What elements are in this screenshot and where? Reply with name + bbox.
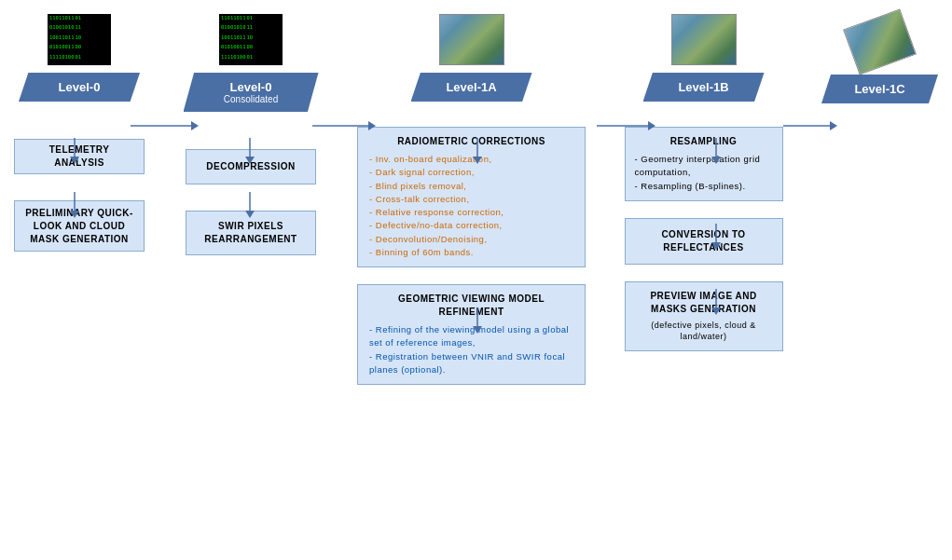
rad-detail-2: - Dark signal correction,: [369, 167, 475, 177]
resampling-title: RESAMPLING: [635, 135, 773, 148]
telemetry-analysis-label: TELEMETRY ANALYSIS: [24, 143, 134, 170]
rad-detail-4: - Cross-talk correction,: [369, 194, 470, 204]
rad-detail-3: - Blind pixels removal,: [369, 181, 466, 191]
column-3: Level-1B RESAMPLING - Geometry interpola…: [625, 14, 783, 351]
rad-detail-1: - Inv. on-board equalization,: [369, 154, 492, 164]
decompression-label: DECOMPRESSION: [206, 160, 295, 173]
satellite-thumb-1c-wrapper: [848, 14, 913, 70]
radiometric-title: RADIOMETRIC CORRECTIONS: [369, 135, 573, 148]
flow-layout: 1101101101 0100101011 1001101110 0101001…: [9, 9, 943, 385]
swir-label: SWIR PIXELS REARRANGEMENT: [196, 220, 306, 246]
binary-thumb-1: 1101101101 0100101011 1001101110 0101001…: [219, 14, 283, 65]
rad-detail-6: - Defective/no-data correction,: [369, 220, 503, 230]
geometric-details: - Refining of the viewing model using a …: [369, 323, 573, 376]
rad-detail-8: - Binning of 60m bands.: [369, 247, 474, 257]
preview-subtitle: (defective pixels, cloud & land/water): [635, 320, 773, 343]
level-badge-3-label: Level-1B: [678, 80, 728, 94]
geo-detail-1: - Refining of the viewing model using a …: [369, 324, 569, 348]
column-2: Level-1A RADIOMETRIC CORRECTIONS - Inv. …: [357, 14, 586, 385]
satellite-thumb-1b: [671, 14, 737, 65]
resampling-box: RESAMPLING - Geometry interpolation grid…: [625, 127, 783, 201]
level-badge-0: Level-0: [19, 73, 140, 102]
level-badge-2: Level-1A: [411, 73, 532, 102]
geometric-box: GEOMETRIC VIEWING MODEL REFINEMENT - Ref…: [357, 284, 586, 385]
column-1: 1101101101 0100101011 1001101110 0101001…: [184, 14, 319, 255]
telemetry-analysis-box: TELEMETRY ANALYSIS: [14, 139, 145, 174]
decompression-box: DECOMPRESSION: [186, 149, 316, 184]
level-badge-1-sublabel: Consolidated: [202, 94, 300, 104]
level-badge-2-label: Level-1A: [446, 80, 496, 94]
preview-title: PREVIEW IMAGE AND MASKS GENERATION: [635, 290, 773, 316]
geo-detail-2: - Registration between VNIR and SWIR foc…: [369, 351, 565, 375]
resampling-d2: - Resampling (B-splines).: [635, 181, 746, 191]
diagram-container: 1101101101 0100101011 1001101110 0101001…: [0, 0, 952, 560]
conversion-label: CONVERSION TO REFLECTANCES: [635, 228, 773, 254]
satellite-thumb-1c: [843, 8, 917, 75]
level-badge-4-label: Level-1C: [854, 82, 904, 96]
level-badge-1-label: Level-0: [230, 80, 272, 94]
rad-detail-7: - Deconvolution/Denoising,: [369, 234, 488, 244]
satellite-thumb-1a: [439, 14, 504, 65]
rad-detail-5: - Relative response correction,: [369, 207, 504, 217]
resampling-details: - Geometry interpolation grid computatio…: [635, 153, 773, 193]
resampling-d1: - Geometry interpolation grid computatio…: [635, 154, 761, 177]
column-4: Level-1C: [821, 14, 938, 115]
level-badge-3: Level-1B: [643, 73, 765, 102]
conversion-box: CONVERSION TO REFLECTANCES: [625, 218, 783, 265]
preview-box: PREVIEW IMAGE AND MASKS GENERATION (defe…: [625, 281, 783, 351]
quicklook-label: PRELIMINARY QUICK-LOOK AND CLOUD MASK GE…: [24, 207, 134, 246]
column-0: 1101101101 0100101011 1001101110 0101001…: [14, 14, 145, 252]
swir-box: SWIR PIXELS REARRANGEMENT: [186, 211, 316, 255]
quicklook-box: PRELIMINARY QUICK-LOOK AND CLOUD MASK GE…: [14, 200, 145, 252]
radiometric-details: - Inv. on-board equalization, - Dark sig…: [369, 153, 573, 259]
level-badge-1: Level-0 Consolidated: [184, 73, 319, 112]
binary-thumb-0: 1101101101 0100101011 1001101110 0101001…: [48, 14, 111, 65]
level-badge-0-label: Level-0: [59, 80, 101, 94]
level-badge-4: Level-1C: [821, 75, 938, 103]
geometric-title: GEOMETRIC VIEWING MODEL REFINEMENT: [369, 293, 573, 319]
radiometric-box: RADIOMETRIC CORRECTIONS - Inv. on-board …: [357, 127, 586, 267]
